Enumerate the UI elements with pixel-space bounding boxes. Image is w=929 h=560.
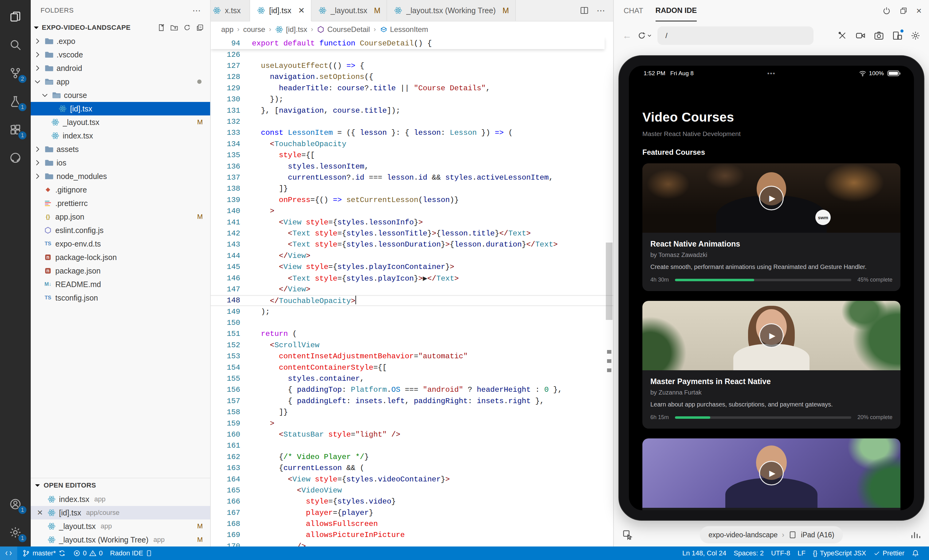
settings-gear-icon[interactable] bbox=[911, 31, 920, 41]
split-editor-icon[interactable] bbox=[579, 6, 589, 15]
tree-item[interactable]: node_modules bbox=[31, 170, 210, 183]
sticky-scroll-line[interactable]: 94export default function CourseDetail()… bbox=[211, 37, 605, 49]
code-line[interactable]: 158 ]} bbox=[211, 407, 613, 418]
code-line[interactable]: 161 bbox=[211, 440, 613, 451]
course-card[interactable]: ▶Master Payments in React Nativeby Zuzan… bbox=[642, 301, 900, 428]
network-activity-icon[interactable] bbox=[910, 529, 920, 540]
course-card[interactable]: ▶swmReact Native Animationsby Tomasz Zaw… bbox=[642, 163, 900, 291]
more-actions-icon[interactable]: ⋯ bbox=[596, 6, 606, 16]
collapse-all-icon[interactable] bbox=[196, 24, 204, 32]
scrollbar-thumb[interactable] bbox=[606, 243, 613, 320]
close-icon[interactable]: ✕ bbox=[298, 6, 305, 15]
tree-item[interactable]: ios bbox=[31, 156, 210, 170]
restore-icon[interactable] bbox=[900, 7, 908, 15]
tree-item[interactable]: {}app.jsonM bbox=[31, 210, 210, 223]
bell-icon[interactable] bbox=[908, 549, 923, 557]
refresh-icon[interactable] bbox=[183, 24, 191, 32]
device-selector[interactable]: expo-video-landscape › iPad (A16) bbox=[700, 526, 843, 543]
activity-testing-icon[interactable]: 1 bbox=[0, 87, 31, 115]
tree-item[interactable]: npackage-lock.json bbox=[31, 251, 210, 264]
code-line[interactable]: 132 bbox=[211, 116, 613, 127]
status-item[interactable]: LF bbox=[794, 549, 809, 557]
editor-tab[interactable]: x.tsx bbox=[211, 0, 250, 21]
close-icon[interactable]: ✕ bbox=[36, 508, 44, 517]
code-line[interactable]: 164 <View style={styles.videoContainer}> bbox=[211, 474, 613, 485]
tree-item[interactable]: course bbox=[31, 89, 210, 102]
git-branch-status[interactable]: master* bbox=[18, 546, 69, 560]
screenshot-icon[interactable] bbox=[874, 31, 884, 41]
code-line[interactable]: 137 currentLesson?.id === lesson.id && s… bbox=[211, 172, 613, 183]
code-line[interactable]: 146 <Text style={styles.playIcon}>▶</Tex… bbox=[211, 272, 613, 284]
tree-item[interactable]: .gitignore bbox=[31, 183, 210, 196]
breadcrumb-item[interactable]: [id].tsx bbox=[275, 25, 307, 34]
open-editor-item[interactable]: ✕[id].tsxapp/course bbox=[31, 506, 210, 519]
problems-status[interactable]: 0 0 bbox=[69, 546, 107, 560]
back-icon[interactable]: ← bbox=[622, 31, 632, 41]
activity-account-icon[interactable]: 1 bbox=[0, 490, 31, 518]
tab-chat[interactable]: CHAT bbox=[624, 0, 643, 21]
breadcrumb-item[interactable]: CourseDetail bbox=[317, 25, 370, 34]
code-line[interactable]: 144 </View> bbox=[211, 250, 613, 261]
device-screen[interactable]: 1:52 PM Fri Aug 8 ••• 100% Video Courses… bbox=[629, 66, 914, 510]
code-line[interactable]: 169 allowsPictureInPicture bbox=[211, 529, 613, 541]
tools-icon[interactable] bbox=[837, 31, 847, 41]
code-line[interactable]: 140 > bbox=[211, 205, 613, 216]
code-line[interactable]: 143 <Text style={styles.lessonDuration}>… bbox=[211, 239, 613, 250]
status-item[interactable]: Spaces: 2 bbox=[730, 549, 767, 557]
code-line[interactable]: 129 headerTitle: course?.title || "Cours… bbox=[211, 83, 613, 93]
editor-tab[interactable]: [id].tsx✕ bbox=[250, 0, 311, 21]
code-line[interactable]: 149 ); bbox=[211, 306, 613, 317]
code-line[interactable]: 162 {/* Video Player */} bbox=[211, 451, 613, 462]
tree-item[interactable]: android bbox=[31, 61, 210, 75]
code-line[interactable]: 135 style={[ bbox=[211, 150, 613, 161]
activity-github-icon[interactable] bbox=[0, 144, 31, 172]
tab-radon-ide[interactable]: RADON IDE bbox=[656, 0, 697, 21]
tree-item[interactable]: index.tsx bbox=[31, 129, 210, 142]
open-editor-item[interactable]: _layout.tsx (Working Tree)appM bbox=[31, 533, 210, 546]
tree-item[interactable]: [id].tsx bbox=[31, 102, 210, 115]
breadcrumb-item[interactable]: app bbox=[221, 25, 233, 34]
tree-item[interactable]: app bbox=[31, 75, 210, 89]
devices-icon[interactable] bbox=[892, 31, 903, 41]
code-line[interactable]: 138 ]} bbox=[211, 183, 613, 194]
code-line[interactable]: 168 allowsFullscreen bbox=[211, 518, 613, 529]
tree-item[interactable]: eslint.config.js bbox=[31, 223, 210, 237]
code-line[interactable]: 167 player={player} bbox=[211, 507, 613, 518]
code-line[interactable]: 155 styles.container, bbox=[211, 373, 613, 384]
code-line[interactable]: 127 useLayoutEffect(() => { bbox=[211, 60, 613, 71]
code-line[interactable]: 151 return ( bbox=[211, 329, 613, 340]
code-line[interactable]: 131 }, [navigation, course.title]); bbox=[211, 105, 613, 116]
reload-button[interactable] bbox=[637, 31, 652, 40]
remote-indicator[interactable] bbox=[0, 546, 17, 560]
editor-scrollbar[interactable] bbox=[605, 37, 613, 546]
power-icon[interactable] bbox=[882, 6, 891, 15]
play-button-icon[interactable]: ▶ bbox=[759, 461, 784, 485]
tree-item[interactable]: assets bbox=[31, 142, 210, 156]
code-line[interactable]: 152 <ScrollView bbox=[211, 340, 613, 350]
breadcrumb-item[interactable]: course bbox=[243, 25, 265, 34]
code-line[interactable]: 134 <TouchableOpacity bbox=[211, 138, 613, 150]
code-line[interactable]: 154 contentContainerStyle={[ bbox=[211, 362, 613, 373]
activity-source-control-icon[interactable]: 2 bbox=[0, 59, 31, 87]
status-item[interactable]: {}TypeScript JSX bbox=[809, 549, 870, 557]
tree-item[interactable]: _layout.tsxM bbox=[31, 115, 210, 129]
status-item[interactable]: Ln 148, Col 24 bbox=[679, 549, 730, 557]
activity-search-icon[interactable] bbox=[0, 31, 31, 59]
breadcrumb-item[interactable]: LessonItem bbox=[380, 25, 428, 34]
code-line[interactable]: 150 bbox=[211, 317, 613, 328]
open-editors-header[interactable]: OPEN EDITORS bbox=[31, 478, 210, 493]
open-editor-item[interactable]: _layout.tsxappM bbox=[31, 519, 210, 533]
tree-item[interactable]: TSexpo-env.d.ts bbox=[31, 237, 210, 251]
code-line[interactable]: 136 styles.lessonItem, bbox=[211, 161, 613, 172]
code-line[interactable]: 157 { paddingLeft: insets.left, paddingR… bbox=[211, 395, 613, 407]
code-line[interactable]: 153 contentInsetAdjustmentBehavior="auto… bbox=[211, 351, 613, 362]
status-item[interactable]: Prettier bbox=[870, 549, 908, 557]
tree-item[interactable]: .vscode bbox=[31, 48, 210, 61]
play-button-icon[interactable]: ▶ bbox=[759, 323, 784, 348]
code-line[interactable]: 156 { paddingTop: Platform.OS === "andro… bbox=[211, 384, 613, 395]
code-line[interactable]: 130 }); bbox=[211, 94, 613, 105]
activity-extensions-icon[interactable]: 1 bbox=[0, 115, 31, 144]
code-line[interactable]: 141 <View style={styles.lessonInfo}> bbox=[211, 217, 613, 228]
code-line[interactable]: 142 <Text style={styles.lessonTitle}>{le… bbox=[211, 228, 613, 239]
code-line[interactable]: 145 <View style={styles.playIconContaine… bbox=[211, 261, 613, 272]
